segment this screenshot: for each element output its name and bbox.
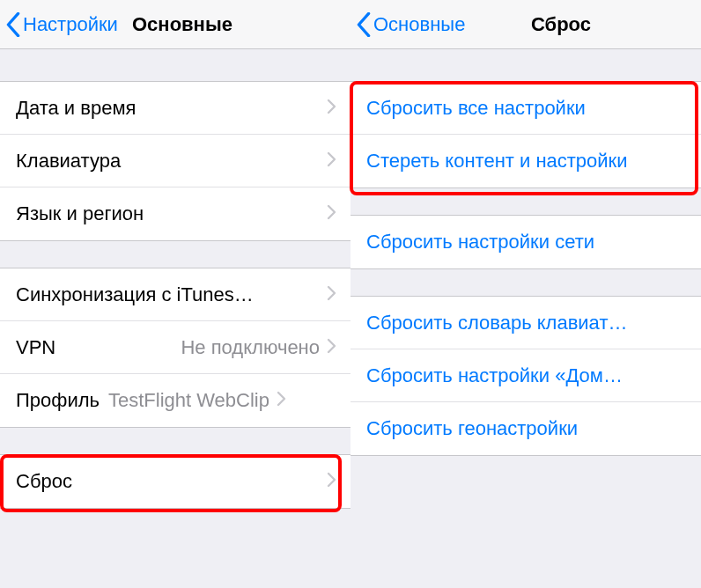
chevron-right-icon: [327, 99, 336, 118]
chevron-right-icon: [327, 472, 336, 491]
chevron-right-icon: [327, 338, 336, 357]
row-label: Сбросить настройки сети: [366, 231, 594, 254]
chevron-right-icon: [327, 285, 336, 305]
navbar-reset: Основные Сброс: [350, 0, 701, 49]
row-label: Язык и регион: [16, 202, 144, 225]
row-reset[interactable]: Сброс: [0, 455, 350, 508]
row-reset-all-settings[interactable]: Сбросить все настройки: [350, 82, 701, 135]
row-itunes-sync[interactable]: Синхронизация с iTunes…: [0, 268, 350, 321]
pane-general: Настройки Основные Дата и время Клавиату…: [0, 0, 350, 588]
row-label: Синхронизация с iTunes…: [16, 283, 254, 306]
section-reset-3: Сбросить словарь клавиат… Сбросить настр…: [350, 296, 701, 456]
row-label: Сбросить геонастройки: [366, 417, 578, 440]
section-general-1: Дата и время Клавиатура Язык и регион: [0, 81, 350, 241]
row-label: Профиль: [16, 389, 100, 412]
row-label: Дата и время: [16, 97, 136, 120]
section-general-3: Сброс: [0, 454, 350, 509]
row-vpn[interactable]: VPN Не подключено: [0, 321, 350, 374]
row-date-time[interactable]: Дата и время: [0, 82, 350, 135]
section-reset-2: Сбросить настройки сети: [350, 215, 701, 269]
chevron-right-icon: [327, 204, 336, 224]
section-general-2: Синхронизация с iTunes… VPN Не подключен…: [0, 268, 350, 428]
row-label: Сбросить настройки «Дом…: [366, 364, 623, 387]
chevron-left-icon: [5, 12, 21, 37]
row-profile[interactable]: Профиль TestFlight WebClip: [0, 374, 350, 427]
row-reset-location[interactable]: Сбросить геонастройки: [350, 402, 701, 455]
section-reset-1: Сбросить все настройки Стереть контент и…: [350, 81, 701, 188]
pane-reset: Основные Сброс Сбросить все настройки Ст…: [350, 0, 701, 588]
row-label: Сброс: [16, 470, 72, 493]
row-label: Сбросить словарь клавиат…: [366, 312, 627, 334]
back-label: Настройки: [23, 13, 118, 36]
row-value: TestFlight WebClip: [108, 389, 269, 412]
row-reset-home[interactable]: Сбросить настройки «Дом…: [350, 349, 701, 402]
row-reset-network[interactable]: Сбросить настройки сети: [350, 216, 701, 268]
row-language-region[interactable]: Язык и регион: [0, 187, 350, 240]
back-button-general[interactable]: Основные: [350, 12, 465, 37]
chevron-right-icon: [277, 391, 286, 410]
navbar-general: Настройки Основные: [0, 0, 350, 49]
row-label: VPN: [16, 336, 55, 359]
row-value: Не подключено: [181, 336, 320, 359]
row-label: Клавиатура: [16, 150, 121, 173]
chevron-left-icon: [356, 12, 372, 37]
back-label: Основные: [373, 13, 465, 36]
row-label: Стереть контент и настройки: [366, 150, 628, 173]
row-label: Сбросить все настройки: [366, 97, 586, 120]
chevron-right-icon: [327, 151, 336, 171]
row-reset-keyboard-dict[interactable]: Сбросить словарь клавиат…: [350, 297, 701, 349]
row-erase-content[interactable]: Стереть контент и настройки: [350, 135, 701, 187]
back-button-settings[interactable]: Настройки: [0, 12, 118, 37]
row-keyboard[interactable]: Клавиатура: [0, 135, 350, 187]
